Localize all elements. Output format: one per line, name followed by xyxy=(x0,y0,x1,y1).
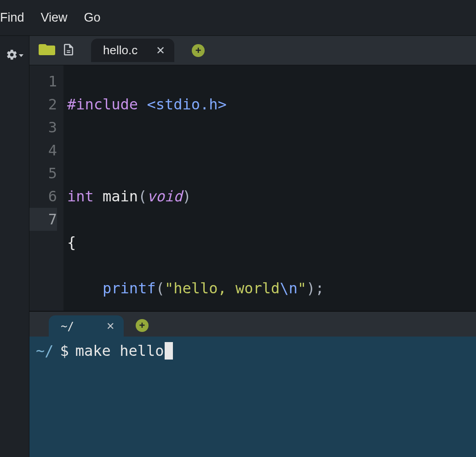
folder-icon[interactable] xyxy=(39,43,55,58)
chevron-down-icon xyxy=(19,54,23,57)
terminal-tab-bar: ~/ ✕ + xyxy=(29,312,476,337)
terminal-tab-label: ~/ xyxy=(61,320,74,333)
settings-button[interactable] xyxy=(6,49,23,63)
close-icon[interactable]: ✕ xyxy=(106,320,115,332)
line-number: 6 xyxy=(29,185,57,208)
code-line: #include <stdio.h> xyxy=(67,93,476,116)
terminal-path: ~/ xyxy=(36,342,54,360)
code-line: { xyxy=(67,231,476,254)
line-number: 1 xyxy=(29,70,57,93)
line-number: 7 xyxy=(29,208,57,231)
menubar: Find View Go xyxy=(0,0,476,36)
gear-icon xyxy=(6,49,18,63)
line-number: 2 xyxy=(29,93,57,116)
menu-go[interactable]: Go xyxy=(84,9,101,27)
close-icon[interactable]: ✕ xyxy=(156,44,165,57)
terminal-body[interactable]: ~/ $ make hello xyxy=(29,337,476,457)
tab-hello-c[interactable]: hello.c ✕ xyxy=(91,39,174,62)
add-terminal-button[interactable]: + xyxy=(136,319,149,332)
terminal-cursor xyxy=(165,342,173,360)
line-number: 4 xyxy=(29,139,57,162)
tab-label: hello.c xyxy=(103,43,138,57)
code-line: int main(void) xyxy=(67,185,476,208)
code-line: printf("hello, world\n"); xyxy=(67,277,476,300)
menu-find[interactable]: Find xyxy=(0,9,24,27)
terminal-line: ~/ $ make hello xyxy=(36,342,470,360)
code-line xyxy=(67,139,476,162)
menu-view[interactable]: View xyxy=(41,9,68,27)
code-editor[interactable]: 1 2 3 4 5 6 7 #include <stdio.h> int mai… xyxy=(29,65,476,311)
terminal-tab[interactable]: ~/ ✕ xyxy=(49,315,124,337)
editor-tab-bar: hello.c ✕ + xyxy=(29,36,476,65)
sidebar xyxy=(0,36,29,457)
terminal-prompt: $ xyxy=(60,342,69,360)
terminal-panel: ~/ ✕ + ~/ $ make hello xyxy=(29,311,476,457)
terminal-command: make hello xyxy=(75,342,164,360)
line-number: 3 xyxy=(29,116,57,139)
content-area: hello.c ✕ + 1 2 3 4 5 6 7 #include <stdi… xyxy=(29,36,476,457)
line-gutter: 1 2 3 4 5 6 7 xyxy=(29,65,63,311)
add-tab-button[interactable]: + xyxy=(192,44,205,57)
main-area: hello.c ✕ + 1 2 3 4 5 6 7 #include <stdi… xyxy=(0,36,476,457)
code-area[interactable]: #include <stdio.h> int main(void) { prin… xyxy=(63,65,476,311)
line-number: 5 xyxy=(29,162,57,185)
file-icon[interactable] xyxy=(62,43,75,58)
